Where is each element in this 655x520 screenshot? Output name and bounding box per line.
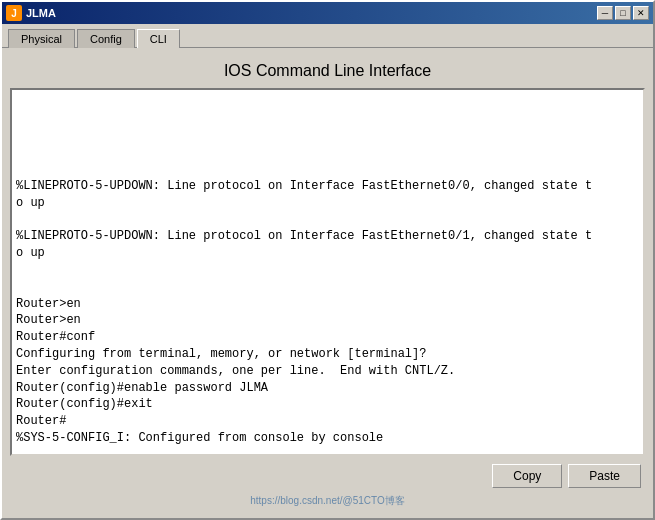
title-bar-left: J JLMA (6, 5, 56, 21)
tab-cli[interactable]: CLI (137, 29, 180, 48)
terminal-wrapper: %LINEPROTO-5-UPDOWN: Line protocol on In… (10, 88, 645, 456)
minimize-button[interactable]: ─ (597, 6, 613, 20)
maximize-button[interactable]: □ (615, 6, 631, 20)
watermark: https://blog.csdn.net/@51CTO博客 (10, 492, 645, 510)
content-area: IOS Command Line Interface %LINEPROTO-5-… (2, 47, 653, 518)
tab-physical[interactable]: Physical (8, 29, 75, 48)
terminal-text: %LINEPROTO-5-UPDOWN: Line protocol on In… (16, 94, 639, 447)
tab-bar: Physical Config CLI (2, 24, 653, 47)
terminal-scroll[interactable]: %LINEPROTO-5-UPDOWN: Line protocol on In… (12, 90, 643, 454)
window-title: JLMA (26, 7, 56, 19)
copy-button[interactable]: Copy (492, 464, 562, 488)
button-bar: Copy Paste (10, 462, 645, 492)
title-controls: ─ □ ✕ (597, 6, 649, 20)
main-window: J JLMA ─ □ ✕ Physical Config CLI IOS Com… (0, 0, 655, 520)
close-button[interactable]: ✕ (633, 6, 649, 20)
title-bar: J JLMA ─ □ ✕ (2, 2, 653, 24)
tab-config[interactable]: Config (77, 29, 135, 48)
paste-button[interactable]: Paste (568, 464, 641, 488)
app-icon: J (6, 5, 22, 21)
page-title: IOS Command Line Interface (10, 62, 645, 80)
